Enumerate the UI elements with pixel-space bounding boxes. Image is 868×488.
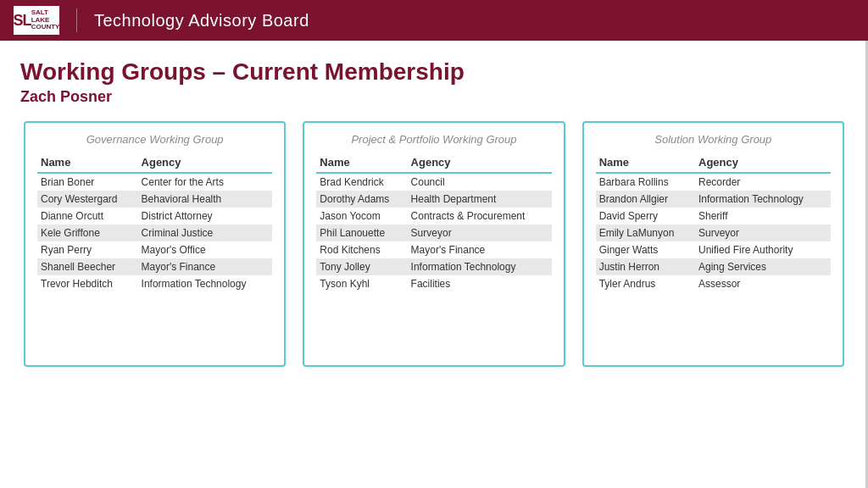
table-row: Brandon AllgierInformation Technology	[596, 191, 831, 208]
member-name: Dianne Orcutt	[37, 208, 138, 225]
table-row: David SperrySheriff	[596, 208, 831, 225]
member-name: Tony Jolley	[316, 258, 407, 275]
group-table-project: NameAgencyBrad KendrickCouncilDorothy Ad…	[316, 154, 551, 292]
table-row: Brad KendrickCouncil	[316, 173, 551, 191]
table-row: Emily LaMunyonSurveyor	[596, 225, 831, 241]
member-name: Barbara Rollins	[596, 173, 695, 191]
member-agency: Health Department	[408, 191, 552, 208]
member-name: Brandon Allgier	[596, 191, 695, 208]
member-name: Kele Griffone	[37, 225, 138, 241]
member-name: Justin Herron	[596, 258, 695, 275]
group-card-governance: Governance Working GroupNameAgencyBrian …	[24, 121, 286, 367]
member-agency: Center for the Arts	[138, 173, 273, 191]
table-row: Shanell BeecherMayor's Finance	[37, 258, 272, 275]
group-card-solution: Solution Working GroupNameAgencyBarbara …	[582, 121, 844, 367]
group-title-project: Project & Portfolio Working Group	[316, 133, 551, 146]
table-row: Jason YocomContracts & Procurement	[316, 208, 551, 225]
member-name: Ryan Perry	[37, 241, 138, 258]
member-name: Cory Westergard	[37, 191, 138, 208]
member-agency: Contracts & Procurement	[408, 208, 552, 225]
member-agency: Information Technology	[138, 275, 273, 292]
table-row: Barbara RollinsRecorder	[596, 173, 831, 191]
col-header-name: Name	[316, 154, 407, 173]
table-row: Trevor HebditchInformation Technology	[37, 275, 272, 292]
member-name: Rod Kitchens	[316, 241, 407, 258]
member-agency: Mayor's Finance	[408, 241, 552, 258]
table-row: Cory WestergardBehavioral Health	[37, 191, 272, 208]
member-agency: Council	[408, 173, 552, 191]
page-title: Working Groups – Current Membership	[20, 58, 848, 86]
member-name: Trevor Hebditch	[37, 275, 138, 292]
page-subtitle: Zach Posner	[20, 88, 848, 106]
page-content: Working Groups – Current Membership Zach…	[0, 41, 868, 375]
table-row: Dorothy AdamsHealth Department	[316, 191, 551, 208]
member-agency: Unified Fire Authority	[695, 241, 831, 258]
member-agency: District Attorney	[138, 208, 273, 225]
group-card-project: Project & Portfolio Working GroupNameAge…	[303, 121, 565, 367]
group-table-governance: NameAgencyBrian BonerCenter for the Arts…	[37, 154, 272, 292]
logo-county-text: SALT LAKE COUNTY	[31, 9, 60, 31]
member-name: Brad Kendrick	[316, 173, 407, 191]
group-title-governance: Governance Working Group	[37, 133, 272, 146]
member-name: Brian Boner	[37, 173, 138, 191]
member-name: Shanell Beecher	[37, 258, 138, 275]
app-wrapper: SL SALT LAKE COUNTY Technology Advisory …	[0, 0, 868, 375]
table-row: Dianne OrcuttDistrict Attorney	[37, 208, 272, 225]
logo-county: COUNTY	[31, 24, 60, 31]
member-agency: Behavioral Health	[138, 191, 273, 208]
group-table-solution: NameAgencyBarbara RollinsRecorderBrandon…	[596, 154, 831, 292]
member-name: Emily LaMunyon	[596, 225, 695, 241]
header-title: Technology Advisory Board	[94, 11, 309, 30]
member-name: Ginger Watts	[596, 241, 695, 258]
table-row: Brian BonerCenter for the Arts	[37, 173, 272, 191]
member-agency: Information Technology	[695, 191, 831, 208]
member-name: David Sperry	[596, 208, 695, 225]
table-row: Justin HerronAging Services	[596, 258, 831, 275]
table-row: Rod KitchensMayor's Finance	[316, 241, 551, 258]
col-header-agency: Agency	[408, 154, 552, 173]
table-row: Ryan PerryMayor's Office	[37, 241, 272, 258]
member-agency: Assessor	[695, 275, 831, 292]
member-agency: Aging Services	[695, 258, 831, 275]
logo: SL SALT LAKE COUNTY	[14, 6, 59, 35]
group-title-solution: Solution Working Group	[596, 133, 831, 146]
table-row: Tony JolleyInformation Technology	[316, 258, 551, 275]
member-agency: Information Technology	[408, 258, 552, 275]
header: SL SALT LAKE COUNTY Technology Advisory …	[0, 0, 868, 41]
member-agency: Mayor's Finance	[138, 258, 273, 275]
table-row: Ginger WattsUnified Fire Authority	[596, 241, 831, 258]
table-row: Tyler AndrusAssessor	[596, 275, 831, 292]
member-agency: Surveyor	[695, 225, 831, 241]
member-name: Dorothy Adams	[316, 191, 407, 208]
col-header-name: Name	[596, 154, 695, 173]
member-agency: Facilities	[408, 275, 552, 292]
groups-container: Governance Working GroupNameAgencyBrian …	[20, 121, 848, 367]
member-name: Tyson Kyhl	[316, 275, 407, 292]
table-row: Phil LanouetteSurveyor	[316, 225, 551, 241]
logo-box: SL SALT LAKE COUNTY	[14, 6, 59, 35]
member-name: Tyler Andrus	[596, 275, 695, 292]
col-header-agency: Agency	[695, 154, 831, 173]
logo-sl-text: SL	[14, 12, 31, 30]
member-agency: Recorder	[695, 173, 831, 191]
member-agency: Criminal Justice	[138, 225, 273, 241]
col-header-agency: Agency	[138, 154, 273, 173]
table-row: Tyson KyhlFacilities	[316, 275, 551, 292]
member-name: Phil Lanouette	[316, 225, 407, 241]
member-agency: Surveyor	[408, 225, 552, 241]
member-agency: Sheriff	[695, 208, 831, 225]
logo-divider	[76, 8, 77, 32]
table-row: Kele GriffoneCriminal Justice	[37, 225, 272, 241]
member-agency: Mayor's Office	[138, 241, 273, 258]
col-header-name: Name	[37, 154, 138, 173]
logo-salt-lake: SALT LAKE	[31, 9, 60, 25]
member-name: Jason Yocom	[316, 208, 407, 225]
